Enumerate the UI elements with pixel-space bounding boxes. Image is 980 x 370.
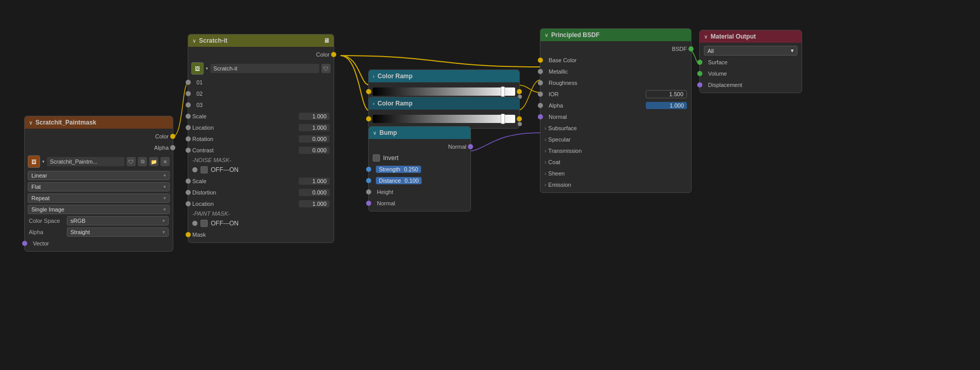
bsdf-alpha-row: Alpha 1.000 [540,100,691,111]
bump-strength-label: Strength [379,166,401,172]
bump-invert-row: Invert [369,152,470,164]
row-noise-scale: Scale 1.000 [188,175,334,187]
flat-arrow: ▾ [164,184,166,189]
bump-invert-toggle[interactable] [373,154,380,162]
alpha-dropdown[interactable]: Straight ▾ [67,227,169,237]
bsdf-normal-socket[interactable] [538,114,543,119]
paint-toggle-socket[interactable] [192,221,197,226]
val-distortion[interactable]: 0.000 [299,189,330,196]
cr1-title: Color Ramp [377,73,412,80]
bump-height-socket[interactable] [366,189,371,195]
bsdf-alpha-field[interactable]: 1.000 [646,102,687,109]
mat-volume-socket[interactable] [697,71,702,76]
bump-invert-label: Invert [383,154,398,162]
single-image-label: Single Image [31,206,64,213]
socket-mask[interactable] [186,232,191,237]
mat-surface-socket[interactable] [697,60,702,65]
repeat-dropdown[interactable]: Repeat ▾ [28,193,170,203]
bump-distance-field[interactable]: Distance 0.100 [376,177,422,184]
mat-select[interactable]: All ▾ [704,46,797,56]
scratchit-collapse-icon[interactable]: ∨ [192,38,196,44]
socket-03[interactable] [186,102,191,108]
bsdf-output-row: BSDF [540,43,691,55]
flat-dropdown[interactable]: Flat ▾ [28,182,170,191]
single-image-dropdown[interactable]: Single Image ▾ [28,205,170,214]
cr2-input-socket[interactable] [366,116,371,121]
socket-contrast[interactable] [186,148,191,153]
browse-icon[interactable]: 📁 [149,157,158,166]
noise-toggle-socket[interactable] [192,167,197,172]
cr2-output-socket[interactable] [517,116,522,121]
cr1-handle[interactable] [501,86,505,97]
socket-noise-scale[interactable] [186,179,191,184]
val-noise-location[interactable]: 1.000 [299,200,330,207]
val-location[interactable]: 1.000 [299,124,330,131]
bsdf-roughness-socket[interactable] [538,80,543,85]
copy-icon[interactable]: ⧉ [138,157,147,166]
cr2-collapse-icon[interactable]: › [373,101,374,107]
bump-strength-row: Strength 0.250 [369,164,470,175]
sheen-arrow: › [545,171,546,177]
cr1-output-socket[interactable] [517,89,522,94]
bsdf-ior-field[interactable]: 1.500 [646,90,687,98]
scratchit-shield-icon[interactable]: 🛡 [321,64,331,73]
close-icon[interactable]: ✕ [160,157,170,166]
paintmask-color-output: Color [25,131,173,142]
bsdf-base-color-socket[interactable] [538,58,543,63]
socket-rotation[interactable] [186,136,191,142]
bump-distance-val: 0.100 [405,178,419,184]
socket-noise-location[interactable] [186,201,191,206]
socket-scale[interactable] [186,114,191,119]
mat-displacement-socket[interactable] [697,82,702,87]
paint-toggle[interactable] [201,220,208,227]
alpha-val: Straight [70,229,90,235]
bsdf-alpha-socket[interactable] [538,103,543,108]
mat-volume-label: Volume [704,71,797,77]
alpha-row: Alpha Straight ▾ [25,226,173,238]
row-mask: Mask [188,229,334,240]
image-name-field[interactable]: Scratchit_Paintm... [47,157,124,166]
socket-01[interactable] [186,80,191,85]
bump-distance-socket[interactable] [366,178,371,183]
socket-location[interactable] [186,125,191,130]
bump-strength-field[interactable]: Strength 0.250 [376,166,421,173]
color-socket-out[interactable] [170,134,175,139]
mat-collapse-icon[interactable]: ∨ [704,34,707,40]
val-rotation[interactable]: 0.000 [299,135,330,143]
emission-arrow: › [545,182,546,188]
alpha-socket-out[interactable] [170,145,175,150]
noise-toggle-row: OFF---ON [188,164,334,175]
val-contrast[interactable]: 0.000 [299,147,330,154]
bsdf-normal-row: Normal [540,111,691,122]
cr2-handle[interactable] [501,114,505,124]
cr2-alpha-socket[interactable] [518,122,522,126]
bump-normal-out: Normal [369,141,470,152]
principled-collapse-icon[interactable]: ∨ [545,32,548,38]
val-scale[interactable]: 1.000 [299,113,330,120]
vector-label: Vector [29,240,169,246]
bsdf-socket-out[interactable] [688,46,694,51]
principled-header: ∨ Principled BSDF [540,29,691,41]
cr1-input-socket[interactable] [366,89,371,94]
socket-distortion[interactable] [186,190,191,195]
shield-icon[interactable]: 🛡 [126,157,136,166]
linear-dropdown[interactable]: Linear ▾ [28,171,170,180]
bump-collapse-icon[interactable]: ∨ [373,130,376,136]
val-noise-scale[interactable]: 1.000 [299,178,330,185]
cr1-collapse-icon[interactable]: › [373,74,374,79]
bump-strength-socket[interactable] [366,167,371,172]
bump-normal-socket-in[interactable] [366,201,371,206]
scratchit-img-name[interactable]: Scratch-it [210,64,319,73]
scratchit-color-socket[interactable] [331,52,336,57]
noise-toggle[interactable] [201,166,208,173]
bsdf-metallic-socket[interactable] [538,69,543,74]
socket-02[interactable] [186,91,191,96]
paintmask-collapse-icon[interactable]: ∨ [29,120,32,126]
alpha-label: Alpha [29,229,65,235]
bump-normal-socket-out[interactable] [468,144,473,149]
label-distortion: Distortion [192,189,299,196]
vector-socket-in[interactable] [22,241,27,246]
noise-section-label: -NOISE MASK- [188,156,334,164]
color-space-dropdown[interactable]: sRGB ▾ [67,216,169,225]
bsdf-ior-socket[interactable] [538,92,543,97]
